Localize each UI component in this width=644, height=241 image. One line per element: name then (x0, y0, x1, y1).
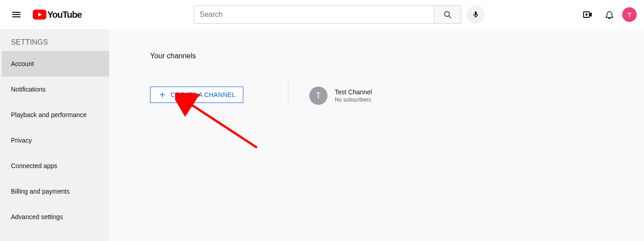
search-button[interactable] (434, 5, 461, 24)
divider (288, 81, 288, 106)
microphone-icon (472, 10, 480, 19)
search-icon (443, 10, 452, 19)
sidebar-item-privacy[interactable]: Privacy (2, 128, 109, 153)
create-channel-button[interactable]: CREATE A CHANNEL (150, 87, 243, 103)
svg-line-2 (449, 16, 451, 18)
notifications-button[interactable] (600, 5, 619, 24)
sidebar-item-playback[interactable]: Playback and performance (2, 102, 109, 128)
youtube-play-icon (33, 10, 46, 20)
topbar-left: YouTube (7, 5, 82, 24)
channel-avatar-letter: T (316, 91, 321, 101)
channel-card[interactable]: T Test Channel No subscribers (309, 87, 372, 105)
avatar-letter: T (627, 11, 631, 19)
youtube-logo-text: YouTube (47, 10, 82, 20)
channels-row: CREATE A CHANNEL T Test Channel No subsc… (150, 87, 603, 105)
account-avatar-button[interactable]: T (622, 7, 637, 22)
sidebar-item-advanced[interactable]: Advanced settings (2, 204, 109, 230)
main-content: Your channels CREATE A CHANNEL T Test Ch… (109, 29, 644, 241)
menu-icon (11, 9, 22, 20)
create-video-icon (582, 9, 593, 20)
create-channel-label: CREATE A CHANNEL (171, 91, 236, 98)
youtube-logo[interactable]: YouTube (33, 10, 82, 20)
bell-icon (604, 10, 614, 20)
channel-info: Test Channel No subscribers (335, 88, 372, 103)
search-box (194, 5, 461, 24)
hamburger-menu-button[interactable] (7, 5, 25, 24)
search-input[interactable] (194, 5, 434, 24)
channel-name: Test Channel (335, 88, 372, 96)
voice-search-button[interactable] (467, 5, 485, 24)
sidebar-item-account[interactable]: Account (2, 51, 109, 77)
content: SETTINGS Account Notifications Playback … (0, 29, 644, 241)
topbar: YouTube T (0, 0, 644, 29)
svg-point-1 (444, 11, 449, 16)
channel-avatar: T (309, 87, 327, 105)
plus-icon (158, 90, 167, 99)
channel-subscribers: No subscribers (335, 97, 372, 103)
create-video-button[interactable] (579, 5, 597, 24)
svg-line-8 (189, 103, 257, 148)
page-title: Your channels (150, 52, 603, 60)
topbar-right: T (579, 5, 637, 24)
settings-sidebar: SETTINGS Account Notifications Playback … (0, 29, 109, 241)
topbar-center (194, 5, 485, 24)
sidebar-title: SETTINGS (2, 35, 109, 51)
sidebar-item-billing[interactable]: Billing and payments (2, 179, 109, 204)
sidebar-item-notifications[interactable]: Notifications (2, 77, 109, 102)
sidebar-item-connected-apps[interactable]: Connected apps (2, 153, 109, 179)
